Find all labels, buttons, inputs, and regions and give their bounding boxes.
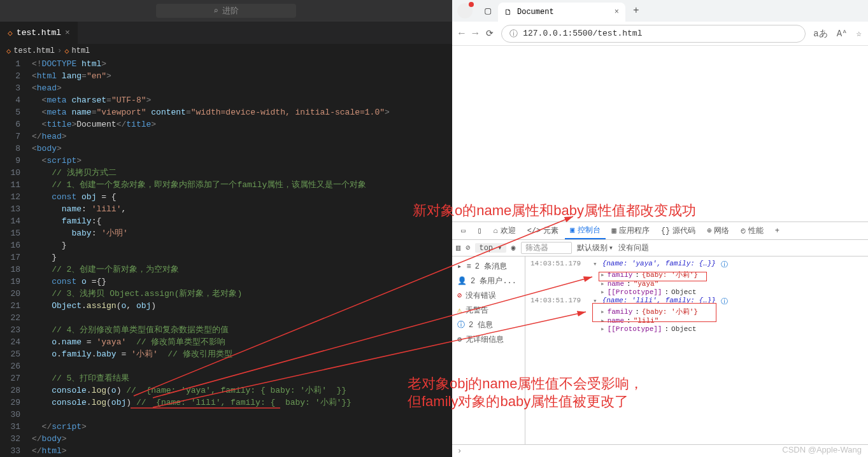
close-icon[interactable]: × xyxy=(615,8,619,17)
browser-chrome-top: ▢ 🗋 Document × + xyxy=(452,0,868,22)
tab-welcome[interactable]: ⌂ 欢迎 xyxy=(488,222,520,239)
annotation-bottom-2: 但family对象的baby属性值被更改了 xyxy=(408,392,629,411)
tab-network[interactable]: ⊕ 网络 xyxy=(702,222,734,239)
eye-icon[interactable]: ◉ xyxy=(511,243,516,253)
sidebar-icon: ⚠ xyxy=(457,306,462,315)
chevron-right-icon: › xyxy=(57,46,62,55)
devtools: ▭ ▯ ⌂ 欢迎 </> 元素 ▣ 控制台 ▦ 应用程序 {} 源代码 ⊕ 网络… xyxy=(452,221,868,457)
vscode-title-bar: ⌕ 进阶 xyxy=(0,0,452,22)
tab-sources[interactable]: {} 源代码 xyxy=(656,222,701,239)
sidebar-label: 2 信息 xyxy=(469,320,493,330)
home-icon: ⌂ xyxy=(493,227,497,236)
console-body: ▸ ≡2 条消息👤2 条用户...⊘没有错误⚠无警告ⓘ2 信息⚙无详细信息 14… xyxy=(452,257,868,444)
page-icon: 🗋 xyxy=(504,8,512,17)
sidebar-item[interactable]: ⚠无警告 xyxy=(452,303,525,318)
sidebar-icon: ▸ ≡ xyxy=(457,262,471,271)
console-property[interactable]: ▸[[Prototype]]: Object xyxy=(530,325,863,333)
tab-performance[interactable]: ◴ 性能 xyxy=(736,222,768,239)
browser-tab[interactable]: 🗋 Document × xyxy=(498,3,625,22)
code-body[interactable]: <!DOCTYPE html><html lang="en"><head> <m… xyxy=(32,58,452,457)
search-icon: ⌕ xyxy=(213,6,218,16)
sidebar-item[interactable]: 👤2 条用户... xyxy=(452,274,525,288)
code-editor[interactable]: 1234567891011121314151617181920212223242… xyxy=(0,58,452,457)
perf-icon: ◴ xyxy=(741,226,745,236)
console-entry[interactable]: 14:03:51.179▾{name: 'yaya', family: {…}}… xyxy=(530,259,863,270)
watermark: CSDN @Apple-Wang xyxy=(782,445,862,454)
sidebar-item[interactable]: ⚙无详细信息 xyxy=(452,332,525,347)
sidebar-label: 2 条消息 xyxy=(475,261,507,272)
tab-console[interactable]: ▣ 控制台 xyxy=(565,222,605,239)
breadcrumb: ◇ test.html › ◇ html xyxy=(0,44,452,58)
url-text: 127.0.0.1:5500/test.html xyxy=(523,29,642,38)
code-icon: </> xyxy=(527,227,541,236)
workspaces-icon[interactable]: ▢ xyxy=(480,3,495,18)
editor-tabs: ◇ test.html × xyxy=(0,22,452,44)
filter-input[interactable]: 筛选器 xyxy=(521,242,572,254)
sidebar-label: 没有错误 xyxy=(466,290,496,301)
favorite-button[interactable]: ☆ xyxy=(857,28,862,39)
more-tabs-button[interactable]: + xyxy=(770,222,785,239)
profile-icon[interactable] xyxy=(457,3,473,18)
clear-button[interactable]: ⊘ xyxy=(466,243,470,253)
sidebar-icon: ⓘ xyxy=(457,320,465,330)
console-sidebar: ▸ ≡2 条消息👤2 条用户...⊘没有错误⚠无警告ⓘ2 信息⚙无详细信息 xyxy=(452,257,525,444)
breadcrumb-item[interactable]: html xyxy=(71,46,90,55)
annotation-top: 新对象o的name属性和baby属性值都改变成功 xyxy=(413,201,865,220)
annotation-bottom-1: 老对象obj的name属性值不会受影响， xyxy=(408,374,643,393)
source-icon: {} xyxy=(661,227,670,236)
breadcrumb-item[interactable]: test.html xyxy=(13,46,55,55)
sidebar-label: 2 条用户... xyxy=(471,276,516,286)
app-icon: ▦ xyxy=(612,226,616,236)
html-icon: ◇ xyxy=(6,46,11,56)
info-icon[interactable]: ⓘ xyxy=(509,28,518,39)
sidebar-item[interactable]: ▸ ≡2 条消息 xyxy=(452,259,525,274)
sidebar-toggle-icon[interactable]: ▥ xyxy=(456,243,460,253)
device-icon[interactable]: ▯ xyxy=(472,222,487,239)
console-property[interactable]: ▸[[Prototype]]: Object xyxy=(530,288,863,296)
tag-icon: ◇ xyxy=(64,46,69,56)
tab-title: Document xyxy=(517,8,554,17)
sidebar-icon: ⚙ xyxy=(457,335,462,344)
editor-tab-test[interactable]: ◇ test.html × xyxy=(0,22,78,44)
sidebar-item[interactable]: ⊘没有错误 xyxy=(452,288,525,303)
html-icon: ◇ xyxy=(8,28,13,38)
reader-mode-button[interactable]: aあ xyxy=(813,28,827,39)
sidebar-label: 无警告 xyxy=(466,305,488,316)
highlight-rect xyxy=(592,303,716,322)
network-icon: ⊕ xyxy=(707,226,711,236)
console-output[interactable]: 14:03:51.179▾{name: 'yaya', family: {…}}… xyxy=(525,257,868,444)
tab-elements[interactable]: </> 元素 xyxy=(522,222,564,239)
tab-label: test.html xyxy=(17,28,61,38)
console-icon: ▣ xyxy=(570,225,574,235)
forward-button: → xyxy=(473,28,479,39)
new-tab-button[interactable]: + xyxy=(628,5,644,17)
url-bar: ← → ⟳ ⓘ 127.0.0.1:5500/test.html aあ Aᴬ ☆ xyxy=(452,22,868,46)
sidebar-icon: 👤 xyxy=(457,276,467,286)
console-toolbar: ▥ ⊘ top ▾ ◉ 筛选器 默认级别 ▾ 没有问题 xyxy=(452,240,868,257)
devtools-tabs: ▭ ▯ ⌂ 欢迎 </> 元素 ▣ 控制台 ▦ 应用程序 {} 源代码 ⊕ 网络… xyxy=(452,222,868,240)
text-size-button[interactable]: Aᴬ xyxy=(837,28,848,39)
sidebar-label: 无详细信息 xyxy=(466,334,504,345)
close-icon[interactable]: × xyxy=(65,28,70,38)
context-selector[interactable]: top ▾ xyxy=(475,243,506,253)
highlight-rect xyxy=(599,272,707,281)
vscode-panel: ⌕ 进阶 ◇ test.html × ◇ test.html › ◇ html … xyxy=(0,0,452,457)
address-bar[interactable]: ⓘ 127.0.0.1:5500/test.html xyxy=(501,25,806,43)
log-level-selector[interactable]: 默认级别 ▾ xyxy=(577,243,613,253)
back-button[interactable]: ← xyxy=(459,28,465,39)
search-text: 进阶 xyxy=(222,5,239,17)
tab-application[interactable]: ▦ 应用程序 xyxy=(607,222,655,239)
sidebar-item[interactable]: ⓘ2 信息 xyxy=(452,318,525,332)
line-numbers: 1234567891011121314151617181920212223242… xyxy=(0,58,32,457)
issues-text: 没有问题 xyxy=(618,243,649,253)
refresh-button[interactable]: ⟳ xyxy=(486,28,494,39)
vscode-search[interactable]: ⌕ 进阶 xyxy=(156,4,296,18)
inspect-icon[interactable]: ▭ xyxy=(456,222,471,239)
sidebar-icon: ⊘ xyxy=(457,291,462,300)
